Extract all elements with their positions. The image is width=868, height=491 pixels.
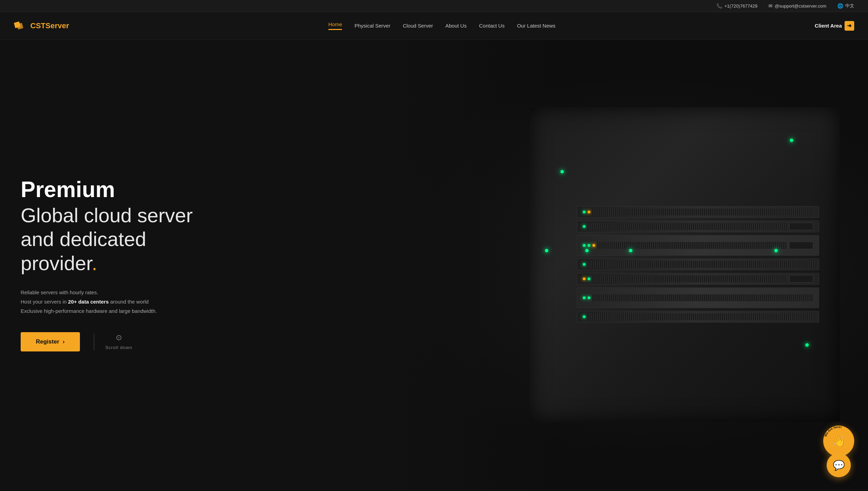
language-label: 中文 xyxy=(845,3,854,9)
tagline-line1: Reliable servers with hourly rates. xyxy=(21,288,193,297)
port-2 xyxy=(789,242,813,249)
tagline-line2-prefix: Host your servers in xyxy=(21,299,68,305)
nav-contact-us[interactable]: Contact Us xyxy=(479,23,505,29)
scroll-label: Scroll down xyxy=(105,345,132,350)
nav-home[interactable]: Home xyxy=(328,21,342,30)
tagline-line3: Exclusive high-performance hardware and … xyxy=(21,306,193,316)
email-icon: ✉ xyxy=(768,3,773,9)
client-area-button[interactable]: Client Area ➜ xyxy=(815,21,854,31)
led-2 xyxy=(588,211,590,214)
register-label: Register xyxy=(36,338,59,345)
nav-home-link[interactable]: Home xyxy=(328,21,342,30)
led-9 xyxy=(588,278,590,280)
rack-body xyxy=(529,107,840,422)
led-12 xyxy=(583,316,586,318)
nav-links: Home Physical Server Cloud Server About … xyxy=(328,21,555,30)
register-arrow-icon: › xyxy=(63,338,65,345)
hero-headline-line1: Global cloud server xyxy=(21,203,193,227)
port-3 xyxy=(789,275,813,283)
glow-dot-6 xyxy=(805,343,809,347)
glow-dot-1 xyxy=(560,170,564,173)
server-unit-5 xyxy=(577,273,819,285)
chat-icon: 💬 xyxy=(833,460,845,471)
panel-4 xyxy=(588,261,813,268)
phone-number: +1(720)7677429 xyxy=(724,3,757,9)
panel-6 xyxy=(592,295,813,301)
chat-we-are-here: We Are Here! 👋 xyxy=(823,426,854,457)
logo-text: CSTServer xyxy=(30,21,69,30)
tagline-line2: Host your servers in 20+ data centers ar… xyxy=(21,297,193,306)
language-item[interactable]: 🌐 中文 xyxy=(837,3,854,9)
led-10 xyxy=(583,297,586,299)
led-5 xyxy=(588,244,590,247)
glow-dot-5 xyxy=(774,249,778,252)
panel-3 xyxy=(597,242,787,249)
hero-headline-bold: Premium xyxy=(21,177,193,202)
nav-latest-news-link[interactable]: Our Latest News xyxy=(517,23,556,29)
glow-dot-7 xyxy=(790,139,793,142)
phone-icon: 📞 xyxy=(716,3,722,9)
hero-tagline: Reliable servers with hourly rates. Host… xyxy=(21,288,193,316)
chat-button[interactable]: 💬 xyxy=(827,453,851,477)
server-unit-1 xyxy=(577,206,819,218)
nav-about-us[interactable]: About Us xyxy=(445,23,467,29)
hero-section: Premium Global cloud server and dedicate… xyxy=(0,40,868,489)
phone-item: 📞 +1(720)7677429 xyxy=(716,3,757,9)
tagline-line2-suffix: around the world xyxy=(109,299,149,305)
nav-cloud-server-link[interactable]: Cloud Server xyxy=(403,23,433,29)
chat-widget: We Are Here! 👋 💬 xyxy=(823,426,854,477)
email-item: ✉ @support@cstserver.com xyxy=(768,3,826,9)
nav-contact-us-link[interactable]: Contact Us xyxy=(479,23,505,29)
server-unit-6 xyxy=(577,288,819,308)
led-4 xyxy=(583,244,586,247)
client-area-label: Client Area xyxy=(815,23,842,29)
hero-headline-line3: provider. xyxy=(21,251,193,275)
panel-7 xyxy=(588,314,813,320)
logo-icon xyxy=(14,19,27,32)
led-3 xyxy=(583,225,586,228)
led-11 xyxy=(588,297,590,299)
hero-content: Premium Global cloud server and dedicate… xyxy=(0,157,214,372)
chat-circle: We Are Here! 👋 xyxy=(823,426,854,457)
led-7 xyxy=(583,263,586,266)
port-1 xyxy=(789,223,813,231)
nav-latest-news[interactable]: Our Latest News xyxy=(517,23,556,29)
panel-1 xyxy=(592,209,813,216)
nav-physical-server-link[interactable]: Physical Server xyxy=(354,23,390,29)
arc-text: We Are Here! xyxy=(824,425,842,437)
led-6 xyxy=(592,244,595,247)
glow-dot-2 xyxy=(545,249,548,252)
hero-headline-line2: and dedicated xyxy=(21,227,193,251)
topbar: 📞 +1(720)7677429 ✉ @support@cstserver.co… xyxy=(0,0,868,12)
led-8 xyxy=(583,278,586,280)
server-unit-7 xyxy=(577,311,819,323)
hero-actions: Register › ⊙ Scroll down xyxy=(21,332,193,351)
logo[interactable]: CSTServer xyxy=(14,19,69,32)
logo-suffix: Server xyxy=(45,21,69,30)
panel-5 xyxy=(592,276,787,283)
server-unit-3 xyxy=(577,235,819,256)
scroll-mouse-icon: ⊙ xyxy=(116,333,122,342)
panel-2 xyxy=(588,223,787,230)
server-unit-4 xyxy=(577,259,819,270)
nav-cloud-server[interactable]: Cloud Server xyxy=(403,23,433,29)
client-area-arrow-icon: ➜ xyxy=(845,21,854,31)
server-rack xyxy=(529,107,840,422)
nav-physical-server[interactable]: Physical Server xyxy=(354,23,390,29)
hero-headline-light: Global cloud server and dedicated provid… xyxy=(21,203,193,275)
navbar: CSTServer Home Physical Server Cloud Ser… xyxy=(0,12,868,40)
register-button[interactable]: Register › xyxy=(21,332,80,351)
email-address: @support@cstserver.com xyxy=(775,3,826,9)
nav-about-us-link[interactable]: About Us xyxy=(445,23,467,29)
server-unit-2 xyxy=(577,221,819,233)
language-icon: 🌐 xyxy=(837,3,843,9)
scroll-down[interactable]: ⊙ Scroll down xyxy=(94,333,132,350)
led-1 xyxy=(583,211,586,214)
tagline-highlight: 20+ data centers xyxy=(68,299,109,305)
logo-prefix: CST xyxy=(30,21,45,30)
